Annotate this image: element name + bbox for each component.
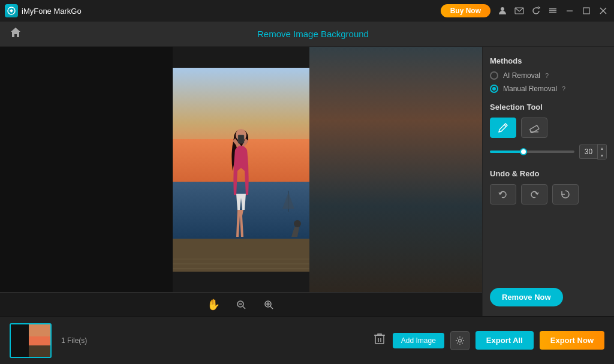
zoom-in-button[interactable] <box>260 296 278 314</box>
svg-rect-25 <box>11 324 29 358</box>
svg-rect-3 <box>549 8 556 10</box>
manual-removal-radio[interactable] <box>490 85 498 93</box>
export-now-button[interactable]: Export Now <box>540 331 604 350</box>
svg-rect-7 <box>583 8 589 14</box>
selection-tool-title: Selection Tool <box>490 103 607 112</box>
slider-fill <box>490 151 523 153</box>
app-logo: iMyFone MarkGo <box>5 4 82 17</box>
minimize-icon[interactable] <box>564 5 576 17</box>
selection-tool-buttons <box>490 118 607 138</box>
user-icon[interactable] <box>496 5 508 17</box>
methods-radio-group: AI Removal ? Manual Removal ? <box>490 71 607 93</box>
size-slider-row: 30 ▲ ▼ <box>490 144 607 160</box>
manual-removal-help-icon[interactable]: ? <box>562 85 565 92</box>
ai-removal-option[interactable]: AI Removal ? <box>490 71 607 80</box>
svg-rect-12 <box>238 135 244 143</box>
canvas-area: ✋ <box>0 47 482 316</box>
svg-line-22 <box>504 125 506 127</box>
add-image-button[interactable]: Add Image <box>393 333 444 348</box>
remove-now-button[interactable]: Remove Now <box>490 288 563 306</box>
title-bar: iMyFone MarkGo Buy Now <box>0 0 614 22</box>
svg-rect-28 <box>29 336 52 345</box>
thumbnail-photo <box>11 324 50 357</box>
title-bar-icons <box>496 5 609 17</box>
export-all-button[interactable]: Export All <box>475 331 534 350</box>
page-title: Remove Image Background <box>22 29 604 39</box>
menu-icon[interactable] <box>547 5 559 17</box>
canvas-toolbar: ✋ <box>0 292 482 316</box>
pan-tool-button[interactable]: ✋ <box>204 296 222 314</box>
slider-value-group: 30 ▲ ▼ <box>579 144 607 160</box>
spin-up-button[interactable]: ▲ <box>598 145 606 152</box>
main-area: ✋ Methods <box>0 47 614 316</box>
zoom-out-button[interactable] <box>232 296 250 314</box>
thumbnail-item[interactable] <box>10 323 52 358</box>
manual-removal-option[interactable]: Manual Removal ? <box>490 85 607 93</box>
right-panel: Methods AI Removal ? Manual Removal ? Se… <box>482 47 614 316</box>
reset-button[interactable] <box>552 184 579 204</box>
app-name: iMyFone MarkGo <box>22 7 82 16</box>
slider-number: 30 <box>579 145 597 159</box>
settings-button[interactable] <box>450 331 469 350</box>
pencil-tool-button[interactable] <box>490 118 516 138</box>
eraser-tool-button[interactable] <box>521 118 547 138</box>
slider-thumb[interactable] <box>520 148 527 155</box>
undo-redo-buttons <box>490 184 607 204</box>
right-overflow-area <box>309 47 482 292</box>
undo-button[interactable] <box>490 184 516 204</box>
bottom-bar: 1 File(s) Add Image Export All Export No… <box>0 316 614 364</box>
ai-removal-radio[interactable] <box>490 71 498 80</box>
methods-title: Methods <box>490 56 607 65</box>
nav-bar: Remove Image Background <box>0 22 614 47</box>
svg-rect-6 <box>567 11 573 12</box>
buy-now-button[interactable]: Buy Now <box>441 4 490 17</box>
svg-rect-4 <box>549 10 556 11</box>
svg-point-32 <box>458 339 461 342</box>
svg-point-1 <box>501 7 504 11</box>
svg-line-21 <box>270 306 273 309</box>
refresh-icon[interactable] <box>530 5 542 17</box>
undo-redo-title: Undo & Redo <box>490 169 607 178</box>
home-icon[interactable] <box>10 26 22 41</box>
spin-down-button[interactable]: ▼ <box>598 152 606 159</box>
bottom-actions: Add Image Export All Export Now <box>393 331 604 350</box>
file-count: 1 File(s) <box>61 336 87 345</box>
delete-button[interactable] <box>374 332 386 348</box>
manual-removal-label: Manual Removal <box>503 85 557 93</box>
svg-point-14 <box>294 220 301 227</box>
svg-rect-29 <box>375 335 384 344</box>
spinner-buttons: ▲ ▼ <box>597 144 607 160</box>
left-black-area <box>0 47 173 292</box>
center-image <box>173 68 309 272</box>
close-icon[interactable] <box>597 5 609 17</box>
ai-removal-label: AI Removal <box>503 71 540 80</box>
mail-icon[interactable] <box>513 5 525 17</box>
maximize-icon[interactable] <box>580 5 592 17</box>
ai-removal-help-icon[interactable]: ? <box>545 72 549 79</box>
size-slider[interactable] <box>490 151 574 153</box>
redo-button[interactable] <box>521 184 547 204</box>
svg-line-17 <box>243 306 245 309</box>
svg-rect-5 <box>549 12 556 13</box>
logo-icon <box>5 4 18 17</box>
image-viewport[interactable] <box>0 47 482 292</box>
